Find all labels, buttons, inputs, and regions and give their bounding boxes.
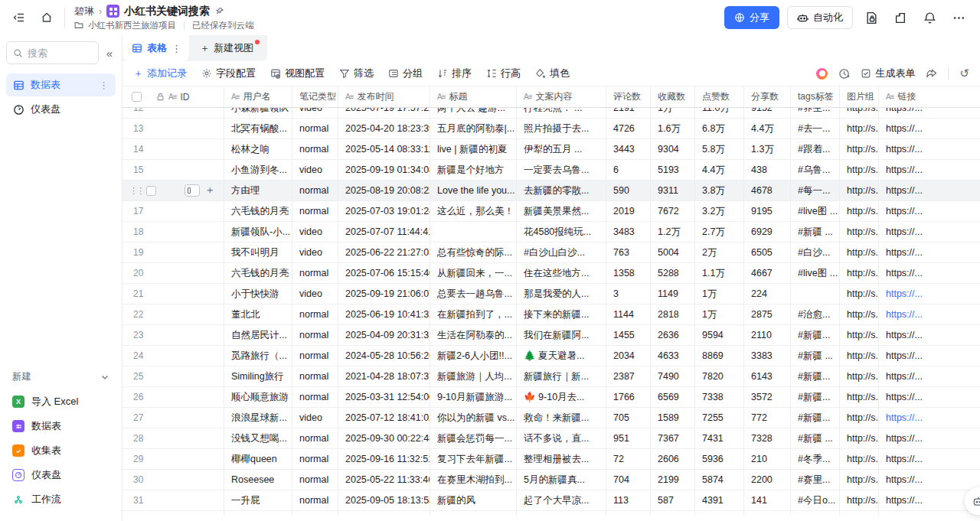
cell-tags[interactable]: #跟着... xyxy=(791,139,840,159)
cell-link[interactable]: https://... xyxy=(879,408,980,428)
cell-content[interactable]: 行程亮点： ... xyxy=(517,108,606,118)
cell-comments[interactable]: 6 xyxy=(606,160,651,180)
cell-tags[interactable]: #新疆... xyxy=(791,408,840,428)
cell-favs[interactable]: 2199 xyxy=(651,470,695,490)
cell-favs[interactable]: 5288 xyxy=(651,263,695,283)
cell-likes[interactable]: 1.1万 xyxy=(695,263,744,283)
column-header-comments[interactable]: 评论数 xyxy=(606,86,651,107)
breadcrumb-root[interactable]: 碧琳 xyxy=(74,5,94,18)
cell-content[interactable]: 🌲 夏天避暑... xyxy=(517,346,606,366)
cell-link[interactable]: https://... xyxy=(879,139,980,159)
cell-shares[interactable]: 2110 xyxy=(744,325,791,345)
cell-tags[interactable]: #今日o... xyxy=(791,490,840,510)
cell-title[interactable]: 从新疆回来，一... xyxy=(430,263,517,283)
cell-link[interactable]: https://... xyxy=(879,387,980,407)
cell-id[interactable]: 15 xyxy=(122,160,224,180)
cell-username[interactable]: 顺心顺意旅游 xyxy=(224,387,292,407)
cell-shares[interactable]: 9195 xyxy=(744,201,791,221)
cell-time[interactable]: 2025-09-19 01:34:08 xyxy=(338,160,430,180)
cell-likes[interactable]: 5.8万 xyxy=(695,139,744,159)
cell-id[interactable]: 21 xyxy=(122,284,224,304)
cell-shares[interactable]: 772 xyxy=(744,408,791,428)
cell-username[interactable]: 我不叫明月 xyxy=(224,243,292,262)
sidebar-toggle-icon[interactable] xyxy=(9,8,29,28)
cell-username[interactable]: 椰椰queen xyxy=(224,449,292,469)
cell-title[interactable]: live | 新疆的初夏 xyxy=(430,139,517,159)
cell-content[interactable]: 照片拍摄于去... xyxy=(517,119,606,138)
cell-type[interactable]: normal xyxy=(292,428,338,448)
cell-favs[interactable]: 1589 xyxy=(651,408,695,428)
cell-time[interactable]: 2025-08-19 20:08:22 xyxy=(338,181,430,200)
cell-link[interactable]: https://... xyxy=(879,470,980,490)
cell-favs[interactable]: 7490 xyxy=(651,366,695,386)
add-record-button[interactable]: ＋ 添加记录 xyxy=(133,67,187,80)
cell-favs[interactable]: 9311 xyxy=(651,181,695,200)
sort-button[interactable]: 排序 xyxy=(437,67,472,80)
cell-id[interactable]: 23 xyxy=(122,325,224,345)
cell-likes[interactable]: 7255 xyxy=(695,408,744,428)
cell-time[interactable]: 2025-05-14 08:33:11 xyxy=(338,139,430,159)
search-input[interactable] xyxy=(6,41,99,64)
cell-comments[interactable]: 2034 xyxy=(606,346,651,366)
new-view-button[interactable]: ＋ 新建视图 xyxy=(189,35,267,61)
cell-title[interactable] xyxy=(430,511,517,516)
cell-likes[interactable]: 1万 xyxy=(695,284,744,304)
cell-favs[interactable]: 2818 xyxy=(651,304,695,324)
cell-shares[interactable]: 210 xyxy=(744,449,791,469)
cell-tags[interactable]: #新疆 ... xyxy=(791,222,840,242)
group-button[interactable]: 分组 xyxy=(388,67,423,80)
column-header-content[interactable]: A≡文案内容 xyxy=(517,86,606,107)
cell-title[interactable]: 9-10月新疆旅游... xyxy=(430,387,517,407)
cell-likes[interactable]: 4391 xyxy=(695,490,744,510)
cell-favs[interactable]: 9304 xyxy=(651,139,695,159)
cell-shares[interactable]: 7328 xyxy=(744,428,791,448)
cell-comments[interactable]: 3443 xyxy=(606,139,651,159)
cell-comments[interactable]: 763 xyxy=(606,243,651,262)
create-item-workflow[interactable]: 工作流 xyxy=(6,489,116,510)
cell-comments[interactable]: 951 xyxy=(606,428,651,448)
cell-comments[interactable]: 1144 xyxy=(606,304,651,324)
cell-type[interactable]: video xyxy=(292,284,338,304)
notifications-bell-icon[interactable] xyxy=(919,7,940,28)
cell-username[interactable]: 小于快快游 xyxy=(224,284,292,304)
sidebar-item-dashboard[interactable]: 仪表盘 xyxy=(6,98,116,121)
cell-favs[interactable]: 6569 xyxy=(651,387,695,407)
cell-likes[interactable]: 8869 xyxy=(695,346,744,366)
cell-pics[interactable]: http://s... xyxy=(840,201,879,221)
cell-id[interactable]: 28 xyxy=(122,428,224,448)
pin-icon[interactable] xyxy=(214,6,224,16)
cell-pics[interactable]: http://s... xyxy=(840,181,879,200)
cell-time[interactable]: 2025-09-30 00:22:48 xyxy=(338,428,430,448)
cell-likes[interactable] xyxy=(695,511,744,516)
cell-time[interactable]: 2025-07-06 15:15:40 xyxy=(338,263,430,283)
create-item-form[interactable]: 收集表 xyxy=(6,440,116,461)
cell-pics[interactable]: http://s... xyxy=(840,119,879,138)
cell-type[interactable]: normal xyxy=(292,449,338,469)
file-security-icon[interactable] xyxy=(861,7,882,28)
field-config-button[interactable]: 字段配置 xyxy=(201,67,256,80)
cell-time[interactable]: 2025-07-19 17:57:21 xyxy=(338,108,430,118)
cell-link[interactable]: https://... xyxy=(879,366,980,386)
cell-tags[interactable]: #新疆... xyxy=(791,366,840,386)
cell-id[interactable]: 17 xyxy=(122,201,224,221)
cell-username[interactable]: 松林之响 xyxy=(224,139,292,159)
cell-username[interactable] xyxy=(224,511,292,516)
cell-username[interactable]: 董北北 xyxy=(224,304,292,324)
cell-id[interactable]: 31 xyxy=(122,490,224,510)
row-checkbox[interactable] xyxy=(146,186,156,196)
more-icon[interactable] xyxy=(948,7,969,28)
cell-likes[interactable]: 9594 xyxy=(695,325,744,345)
cell-content[interactable]: 救命！来新疆... xyxy=(517,408,606,428)
cell-comments[interactable]: 590 xyxy=(606,181,651,200)
ai-assistant-icon[interactable] xyxy=(816,68,828,80)
column-header-favs[interactable]: 收藏数 xyxy=(651,86,695,107)
cell-content[interactable]: #白沙山白沙... xyxy=(517,243,606,262)
cell-link[interactable]: https://... xyxy=(879,181,980,200)
view-config-button[interactable]: 视图配置 xyxy=(270,67,325,80)
cell-favs[interactable]: 1149 xyxy=(651,284,695,304)
share-button[interactable]: 分享 xyxy=(724,6,779,29)
fill-color-button[interactable]: 填色 xyxy=(535,67,570,80)
cell-pics[interactable]: http://s... xyxy=(840,346,879,366)
cell-tags[interactable]: #新疆... xyxy=(791,387,840,407)
cell-link[interactable] xyxy=(879,511,980,516)
